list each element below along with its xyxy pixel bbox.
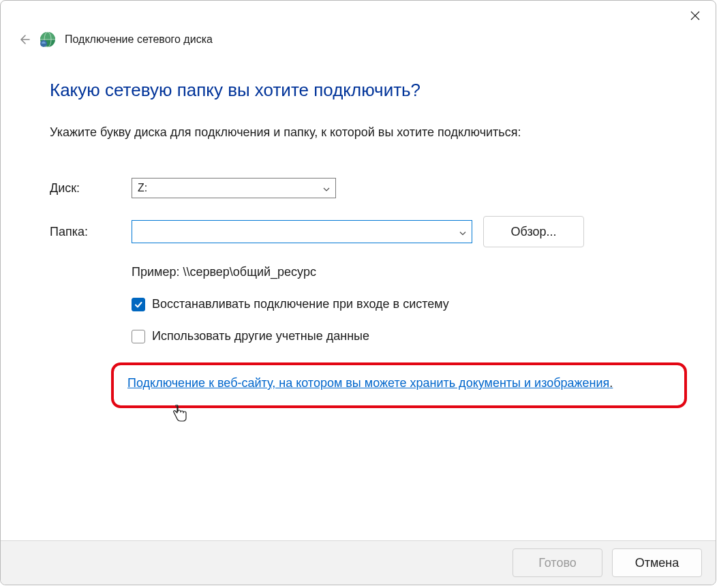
reconnect-checkbox[interactable] bbox=[132, 298, 145, 311]
credentials-checkbox-row[interactable]: Использовать другие учетные данные bbox=[132, 329, 667, 343]
chevron-down-icon bbox=[459, 226, 466, 238]
wizard-dialog: Подключение сетевого диска Какую сетевую… bbox=[0, 0, 716, 585]
main-heading: Какую сетевую папку вы хотите подключить… bbox=[50, 80, 667, 101]
link-highlight-box: Подключение к веб-сайту, на котором вы м… bbox=[111, 362, 687, 408]
close-button[interactable] bbox=[680, 3, 710, 29]
cancel-button[interactable]: Отмена bbox=[612, 548, 702, 577]
browse-button[interactable]: Обзор... bbox=[483, 216, 584, 247]
link-label: Подключение к веб-сайту, на котором вы м… bbox=[127, 376, 609, 390]
finish-button: Готово bbox=[513, 548, 602, 577]
reconnect-checkbox-label: Восстанавливать подключение при входе в … bbox=[152, 297, 449, 311]
credentials-checkbox-label: Использовать другие учетные данные bbox=[152, 329, 369, 343]
browse-button-label: Обзор... bbox=[511, 225, 557, 239]
example-text: Пример: \\сервер\общий_ресурс bbox=[132, 265, 667, 279]
form: Диск: Z: Папка: Обзор... bbox=[50, 178, 667, 408]
folder-combobox[interactable] bbox=[132, 220, 472, 243]
content-area: Какую сетевую папку вы хотите подключить… bbox=[1, 52, 716, 540]
connect-website-link[interactable]: Подключение к веб-сайту, на котором вы м… bbox=[127, 376, 613, 390]
drive-select[interactable]: Z: bbox=[132, 178, 336, 198]
instruction-text: Укажите букву диска для подключения и па… bbox=[50, 125, 667, 140]
folder-label: Папка: bbox=[50, 225, 132, 239]
drive-label: Диск: bbox=[50, 181, 132, 196]
finish-button-label: Готово bbox=[538, 556, 577, 570]
checkmark-icon bbox=[134, 300, 143, 309]
network-drive-icon bbox=[39, 31, 57, 48]
reconnect-checkbox-row[interactable]: Восстанавливать подключение при входе в … bbox=[132, 297, 667, 311]
dialog-title: Подключение сетевого диска bbox=[65, 33, 213, 46]
credentials-checkbox[interactable] bbox=[132, 330, 145, 343]
back-button[interactable] bbox=[17, 33, 31, 46]
hand-cursor-icon bbox=[172, 405, 188, 426]
drive-select-value: Z: bbox=[138, 182, 147, 194]
cancel-button-label: Отмена bbox=[635, 556, 679, 570]
footer: Готово Отмена bbox=[1, 540, 716, 585]
chevron-down-icon bbox=[323, 182, 330, 194]
titlebar bbox=[1, 1, 716, 31]
header: Подключение сетевого диска bbox=[1, 31, 716, 52]
back-arrow-icon bbox=[18, 33, 30, 46]
close-icon bbox=[690, 11, 700, 20]
